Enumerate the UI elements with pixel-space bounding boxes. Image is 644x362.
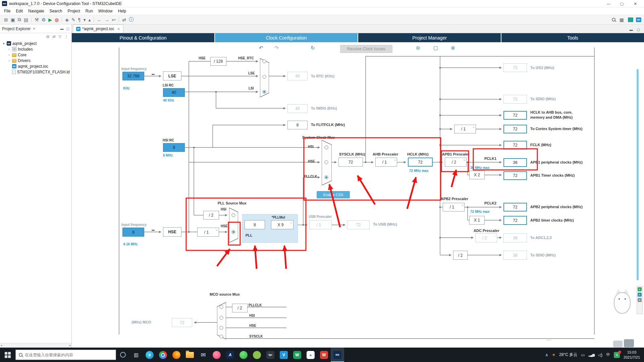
- ioc-file-tab[interactable]: MX *aqmk_project.ioc ✕: [73, 24, 123, 33]
- weather-text[interactable]: 28°C 多云: [559, 352, 577, 358]
- panel-minimize-icon[interactable]: ▬: [60, 27, 64, 31]
- search-icon[interactable]: [612, 18, 615, 21]
- tree-item-label[interactable]: aqmk_project: [12, 41, 37, 46]
- device-config-perspective-icon[interactable]: MX: [636, 17, 641, 22]
- tree-item-includes[interactable]: › ⊟ Includes: [0, 46, 71, 52]
- file-tab-label[interactable]: *aqmk_project.ioc: [82, 26, 114, 31]
- zoom-fit-icon[interactable]: ▢: [433, 45, 438, 51]
- minimize-button[interactable]: —: [602, 0, 615, 7]
- taskbar-app-edge[interactable]: e: [143, 348, 156, 362]
- pllmux-hse-radio[interactable]: [232, 230, 235, 234]
- panel-maximize-icon[interactable]: ▢: [66, 27, 69, 31]
- link-with-editor-icon[interactable]: ⇄: [52, 35, 55, 39]
- redo-icon[interactable]: ↷: [274, 45, 279, 51]
- perspective-grid-icon[interactable]: ▦: [618, 17, 625, 22]
- coverage-icon[interactable]: ◍: [53, 17, 60, 22]
- restore-view-icon[interactable]: ▸: [638, 287, 642, 291]
- display-icon[interactable]: ▭: [581, 353, 585, 357]
- taskbar-app-mail[interactable]: ✉: [197, 348, 210, 362]
- taskbar-clock[interactable]: 15:03 2021/7/21: [624, 350, 640, 360]
- ime-language-icon[interactable]: 中: [606, 352, 610, 358]
- external-tools-icon[interactable]: ◈: [64, 17, 70, 22]
- security-app-icon[interactable]: S: [614, 352, 620, 358]
- menu-run[interactable]: Run: [83, 8, 96, 14]
- tree-item-ld-file[interactable]: ≡ STM32F103RCTX_FLASH.ld: [0, 69, 71, 75]
- forward-icon[interactable]: →: [103, 17, 110, 22]
- menu-help[interactable]: Help: [115, 8, 129, 14]
- save-all-icon[interactable]: ⧉: [16, 17, 22, 22]
- sysmux-hse-radio[interactable]: [325, 161, 328, 164]
- taskbar-app-wps[interactable]: W: [290, 348, 304, 362]
- open-element-icon[interactable]: ✎: [70, 17, 77, 22]
- maximize-button[interactable]: ▢: [615, 0, 629, 7]
- taskbar-app-chrome[interactable]: [156, 348, 170, 362]
- prev-annotation-icon[interactable]: ▴: [87, 17, 92, 22]
- menu-search[interactable]: Search: [47, 8, 65, 14]
- adc-prescaler-select[interactable]: / 2: [475, 233, 497, 242]
- enable-css-button[interactable]: Enable CSS: [317, 191, 350, 198]
- editor-minimize-icon[interactable]: ▬: [630, 28, 633, 32]
- sysmux-hsi-radio[interactable]: [325, 146, 328, 149]
- run-icon[interactable]: ▶: [47, 17, 53, 22]
- pllmul-select[interactable]: X 9: [271, 220, 293, 229]
- zoom-out-icon[interactable]: ⊖: [416, 45, 420, 51]
- menu-navigate[interactable]: Navigate: [25, 8, 47, 14]
- mco-hse-radio[interactable]: [220, 326, 223, 329]
- last-edit-icon[interactable]: ↩: [110, 17, 117, 22]
- mco-hsi-radio[interactable]: [220, 316, 223, 319]
- rtc-mux-lse-radio[interactable]: [263, 75, 266, 78]
- tree-item-label[interactable]: Drivers: [18, 58, 31, 63]
- apb2-prescaler-select[interactable]: / 1: [443, 203, 465, 212]
- rtc-mux-lsi-radio[interactable]: [263, 90, 266, 94]
- new-wizard-icon[interactable]: ⊞: [3, 17, 9, 22]
- tab-clock-configuration[interactable]: Clock Configuration: [215, 33, 358, 42]
- editor-maximize-icon[interactable]: ▢: [637, 28, 640, 32]
- taskbar-app-android[interactable]: [250, 348, 264, 362]
- mark-occurrences-icon[interactable]: ¶: [77, 17, 82, 22]
- collapse-all-icon[interactable]: ⊟: [46, 35, 49, 39]
- chat-bubble-icon[interactable]: [613, 341, 623, 347]
- save-icon[interactable]: ▣: [9, 17, 16, 22]
- minimized-view-strip[interactable]: ▸ ▸ ▸: [637, 286, 643, 314]
- refresh-icon[interactable]: ↻: [311, 45, 315, 51]
- chevron-right-icon[interactable]: ›: [7, 59, 11, 62]
- zoom-in-icon[interactable]: ⊕: [451, 45, 455, 51]
- scroll-right-icon[interactable]: ▸: [69, 344, 71, 347]
- task-view-button[interactable]: ▥: [129, 348, 143, 362]
- back-icon[interactable]: ←: [96, 17, 103, 22]
- menu-file[interactable]: File: [1, 8, 13, 14]
- pll-hse-prediv-select[interactable]: / 1: [197, 228, 219, 237]
- mco-sysclk-radio[interactable]: [220, 335, 223, 338]
- chevron-down-icon[interactable]: ▾: [2, 42, 5, 45]
- taskbar-app-vscode[interactable]: V: [277, 348, 290, 362]
- overview-scrollbar[interactable]: [637, 69, 639, 280]
- rtc-mux-hse-radio[interactable]: [263, 60, 266, 63]
- project-explorer-title[interactable]: Project Explorer: [2, 26, 31, 31]
- mco-source-mux[interactable]: [217, 302, 226, 339]
- chevron-up-icon[interactable]: ∧: [545, 353, 548, 357]
- hclk-value[interactable]: 72: [408, 158, 433, 167]
- taskbar-app-firefox[interactable]: [170, 348, 183, 362]
- tab-tools[interactable]: Tools: [501, 33, 644, 42]
- panel-close-icon[interactable]: ✕: [33, 27, 35, 31]
- tree-item-project[interactable]: ▾ IDE aqmk_project: [0, 41, 71, 46]
- start-button[interactable]: [0, 348, 15, 362]
- hse-block[interactable]: HSE: [163, 227, 181, 237]
- menu-project[interactable]: Project: [65, 8, 83, 14]
- chevron-right-icon[interactable]: ›: [7, 53, 11, 57]
- build-icon[interactable]: ⚒: [33, 17, 40, 22]
- rtc-clock-mux[interactable]: [260, 58, 269, 97]
- volume-icon[interactable]: ◁): [598, 353, 602, 357]
- lse-frequency-input[interactable]: 32.768: [122, 72, 144, 80]
- taskbar-app-word[interactable]: W: [317, 348, 331, 362]
- ahb-prescaler-select[interactable]: / 1: [375, 158, 397, 167]
- tree-item-ioc-file[interactable]: MX aqmk_project.ioc: [0, 63, 71, 69]
- sysclk-value[interactable]: 72: [338, 158, 363, 167]
- tab-project-manager[interactable]: Project Manager: [358, 33, 501, 42]
- hse-frequency-input[interactable]: 8: [122, 228, 144, 237]
- undo-icon[interactable]: ↶: [259, 45, 263, 51]
- sysmux-pllclk-radio[interactable]: [325, 176, 328, 179]
- close-button[interactable]: ✕: [629, 0, 642, 7]
- taskbar-app-file-explorer[interactable]: [183, 348, 197, 362]
- system-clock-mux[interactable]: [322, 140, 332, 185]
